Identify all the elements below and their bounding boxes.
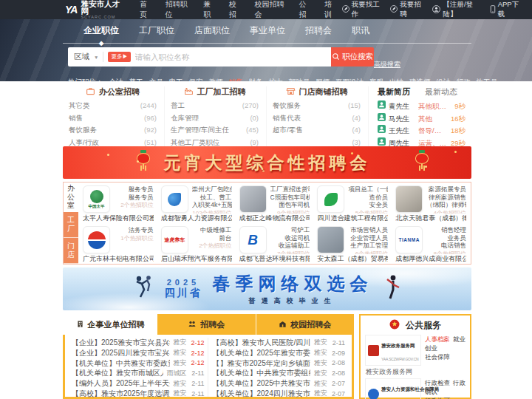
region-select[interactable]: 区域	[74, 52, 89, 62]
category-item[interactable]: 仓库管理(0)	[169, 112, 260, 125]
company-card[interactable]: 法务专员1个热招职位 广元市林丰铝电有限公司	[79, 223, 157, 264]
confetti-decoration	[107, 154, 109, 156]
emblem-icon	[389, 319, 400, 332]
company-card[interactable]: 途虎养车 中级维修工前台2个热招职位 眉山瑞禾翔汽车服务有限公司	[157, 223, 236, 264]
company-card[interactable]: 市场营销人员企业管理人员生产加工管理6个热招职位 安太森工（成都）贸易有限公司	[313, 223, 392, 264]
service-link[interactable]: 社会保障	[425, 353, 450, 361]
user-icon	[432, 5, 440, 15]
resume-row[interactable]: 马先生 其他 16秒	[378, 113, 466, 126]
advanced-search-link[interactable]: 高级搜索	[374, 60, 400, 69]
news-item[interactable]: 【高校】雅安市2025年度选调大学毕业生—雅安2-11	[72, 389, 205, 399]
news-item[interactable]: 【机关单位】2024四川雅安市发改委市川藏经—雅安2-07	[213, 389, 346, 399]
category-item[interactable]: 普工(270)	[169, 100, 260, 112]
category-item[interactable]: 销售(96)	[67, 112, 158, 125]
tab-campus-fair[interactable]: 校园招聘会	[256, 314, 355, 335]
company-logo: TIANMA	[395, 226, 423, 253]
banner-year: 2025	[165, 278, 202, 287]
hr-bureau-logo[interactable]: 雅安人力资源和社会保障局RSJ.YAAN.GOV.CN	[365, 378, 421, 399]
avatar	[378, 113, 386, 126]
site-logo[interactable]: YA 雅安市人才网 SCYARC.COM	[65, 0, 121, 19]
nav-training[interactable]: 培训	[319, 0, 342, 20]
gov-service-logo[interactable]: 雅安政务服务网YAA.SCZWFW.GOV.CN	[365, 335, 421, 366]
hero-banner: 企业职位◆ 工厂职位 店面职位 事业单位 招聘会 职讯 区域 ▼ 更多▶ 职位搜…	[0, 19, 532, 81]
category-item[interactable]: 其它类(244)	[67, 100, 158, 112]
news-item[interactable]: 【机关单位】中共雅安市委政策研究室2025年—雅安2-12	[72, 358, 205, 369]
nav-parttime[interactable]: 兼职	[198, 0, 221, 20]
service-link[interactable]: 行政检查	[425, 379, 450, 386]
topbar: YA 雅安市人才网 SCYARC.COM 首页 招聘职位 兼职 校招 校园招聘会…	[0, 0, 532, 19]
category-item[interactable]: 销售代表(4)	[271, 112, 362, 125]
side-tab-office[interactable]: 办公室	[64, 183, 78, 212]
hire-link[interactable]: 我要招聘	[390, 0, 423, 19]
category-title: 工厂加工招聘	[197, 86, 246, 98]
top-nav: 首页 招聘职位 兼职 校招 校园招聘会 公招 培训	[134, 0, 342, 20]
job-search-button[interactable]: 职位搜索	[331, 47, 374, 66]
avatar	[378, 125, 386, 137]
tab-public-unit-recruit[interactable]: 企事业单位招聘	[63, 314, 157, 335]
resume-row[interactable]: 黄先生 其他职能职位... 9秒	[378, 100, 466, 113]
news-item[interactable]: 【企业】2025四川雅安市宝兴县兴绿林业—雅安2-12	[72, 348, 205, 358]
news-item[interactable]: 【编外人员】2025年上半年天全县中医医院（—雅安2-11	[72, 378, 205, 389]
news-item[interactable]: 【机关单位】2025中共雅安市委组织部中共雅—雅安2-07	[213, 378, 346, 389]
tab-job-fair[interactable]: 招聘会	[157, 314, 256, 335]
subnav-factory-jobs[interactable]: 工厂职位	[139, 24, 174, 37]
company-logo	[83, 226, 110, 253]
search-box: 区域 ▼ 更多▶	[68, 47, 331, 66]
find-job-link[interactable]: 我要找工作	[342, 0, 382, 19]
festival-fair-banner[interactable]: 元宵大型综合性招聘会	[63, 146, 471, 179]
company-card[interactable]: 中国太平 服务专员服务专员2个热招职位 太平人寿保险有限公司雅安中心支	[79, 183, 157, 223]
company-card[interactable]: 工厂直招送货司机C照面包车司机面包车司机9个热招职位 成都正之峰物流有限公司	[236, 183, 314, 223]
news-item[interactable]: 【机关单位】2025年雅安市委政策研究室遴选—雅安2-09	[213, 348, 346, 358]
company-card[interactable]: 案源拓展专员律所案源销售（绵阳）律师销售4个热招职位 北京天驰君泰（成都）律师事…	[392, 183, 470, 223]
chevron-down-icon: ▼	[94, 55, 98, 60]
company-card[interactable]: B 司炉工收运司机收运辅助工7个热招职位 成都飞普达环境科技有限公司	[236, 223, 314, 264]
resume-row[interactable]: 王先生 督导/巡店、零... 18秒	[378, 125, 466, 137]
company-card[interactable]: TIANMA 销售经理业务员电话销售8个热招职位 成都厚德兴成商业有限公司	[392, 223, 470, 264]
news-item[interactable]: 【】雅安市2025年定向乡镇面试资格—雅安2-08	[213, 358, 346, 369]
logo-mark: YA	[65, 4, 77, 16]
tab-latest-resumes[interactable]: 最新简历	[378, 86, 410, 98]
subnav-store-jobs[interactable]: 店面职位	[194, 24, 230, 37]
company-logo	[317, 226, 344, 253]
job-search-input[interactable]	[135, 52, 325, 61]
company-logo: B	[239, 226, 267, 253]
login-register-link[interactable]: 【注册/登陆】	[432, 0, 480, 19]
side-tab-factory[interactable]: 工厂	[64, 212, 78, 238]
nav-campus[interactable]: 校招	[224, 0, 247, 20]
subnav-news[interactable]: 职讯	[352, 24, 369, 37]
news-list-left: 【企业】2025雅安市宝兴县兴绿林业投资—雅安2-12 【企业】2025四川雅安…	[69, 338, 208, 397]
showcase-side-tabs: 办公室 工厂 门店	[64, 183, 78, 264]
subnav-job-fair[interactable]: 招聘会	[305, 24, 332, 37]
news-item[interactable]: 【机关单位】中共雅安市委组织部中共雅安市—雅安2-08	[213, 368, 346, 378]
nav-home[interactable]: 首页	[134, 0, 157, 20]
category-item[interactable]: 超市/零售(4)	[271, 124, 362, 137]
company-card[interactable]: 崇州大厂包吃住+技工、普工入职奖4k+五险103个热招职位 成都智勇人力资源有限…	[157, 183, 236, 223]
category-item[interactable]: 餐饮服务(15)	[271, 100, 362, 112]
subnav-company-jobs[interactable]: 企业职位◆	[83, 24, 119, 37]
active-marker: ◆	[99, 40, 103, 47]
company-card[interactable]: 项目总工（一级建造价员安全员5个热招职位 四川道合建筑工程有限公司	[313, 183, 392, 223]
nav-campus-fair[interactable]: 校园招聘会	[250, 0, 291, 20]
more-badge[interactable]: 更多▶	[108, 52, 131, 62]
hr-logo-icon	[368, 389, 379, 399]
person-illustration	[383, 273, 403, 304]
category-item[interactable]: 餐饮服务(92)	[67, 124, 158, 137]
subnav-public-units[interactable]: 事业单位	[250, 24, 285, 37]
nav-public-recruit[interactable]: 公招	[293, 0, 316, 20]
hot-job-link[interactable]: 施工员	[477, 78, 498, 81]
category-item[interactable]: 生产管理/车间主任(45)	[169, 124, 260, 137]
nav-jobs[interactable]: 招聘职位	[160, 0, 195, 20]
public-service-panel: 公共服务 雅安政务服务网YAA.SCZWFW.GOV.CN 人事档案就业创业 社…	[359, 314, 471, 399]
service-link[interactable]: 人事档案	[425, 335, 450, 343]
company-logo: 途虎养车	[161, 226, 188, 253]
spring-online-fair-banner[interactable]: 2025 四川省 春季网络双选会 普通高校毕业生	[63, 267, 471, 310]
site-title: 雅安市人才网	[81, 0, 121, 15]
side-tab-store[interactable]: 门店	[64, 238, 78, 264]
people-icon	[188, 320, 197, 330]
app-download-link[interactable]: APP下载	[490, 0, 522, 19]
news-item[interactable]: 【高校】雅安市人民医院/四川大学华西—雅安2-11	[213, 338, 346, 348]
news-item[interactable]: 【机关单位】雅安市雨城区人力资源和社会保—雨城区2-11	[72, 368, 205, 378]
news-item[interactable]: 【企业】2025雅安市宝兴县兴绿林业投资—雅安2-12	[72, 338, 205, 348]
tab-latest-activity[interactable]: 最新动态	[425, 86, 457, 98]
company-showcase: 办公室 工厂 门店 中国太平 服务专员服务专员2个热招职位 太平人寿保险有限公司…	[63, 182, 471, 265]
